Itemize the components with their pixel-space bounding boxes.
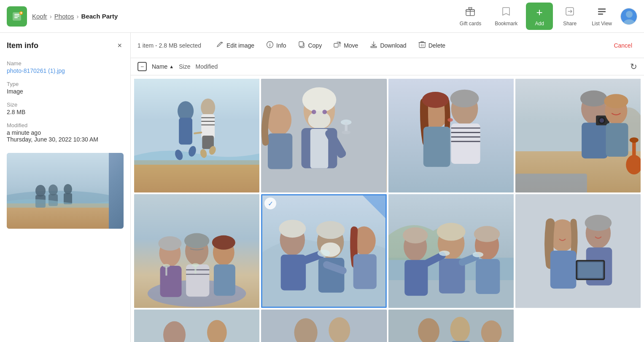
info-icon bbox=[266, 41, 274, 50]
info-button[interactable]: Info bbox=[261, 37, 291, 53]
sort-name-button[interactable]: Name ▲ bbox=[148, 61, 177, 72]
deselect-button[interactable]: − bbox=[137, 62, 147, 71]
info-field-type: Type Image bbox=[7, 81, 124, 95]
photo-item-9[interactable] bbox=[134, 310, 259, 342]
selection-info: 1 item - 2.8 MB selected bbox=[137, 42, 201, 49]
edit-image-button[interactable]: Edit image bbox=[211, 37, 259, 53]
refresh-icon: ↻ bbox=[630, 62, 637, 71]
photo-grid: ✓ bbox=[131, 75, 644, 342]
move-button[interactable]: Move bbox=[329, 37, 363, 53]
copy-icon bbox=[298, 41, 305, 50]
svg-rect-3 bbox=[14, 17, 18, 18]
sidebar-preview bbox=[7, 153, 124, 229]
svg-rect-13 bbox=[598, 13, 603, 15]
svg-point-26 bbox=[64, 184, 72, 194]
add-icon: + bbox=[536, 6, 543, 19]
svg-rect-123 bbox=[353, 254, 377, 289]
grid-toolbar-left: − Name ▲ Size Modified bbox=[137, 61, 218, 72]
photo-item-8[interactable] bbox=[515, 194, 641, 308]
sidebar: Item info × Name photo-8170261 (1).jpg T… bbox=[0, 33, 131, 342]
gift-cards-button[interactable]: Gift cards bbox=[455, 3, 486, 30]
download-label: Download bbox=[380, 42, 406, 49]
info-field-modified: Modified a minute ago Thursday, June 30,… bbox=[7, 122, 124, 143]
edit-image-icon bbox=[216, 41, 224, 50]
info-field-size: Size 2.8 MB bbox=[7, 102, 124, 115]
svg-rect-34 bbox=[371, 46, 377, 48]
svg-rect-2 bbox=[14, 16, 19, 16]
svg-rect-33 bbox=[334, 43, 338, 47]
share-label: Share bbox=[563, 21, 577, 27]
photo-item-4[interactable] bbox=[515, 79, 641, 192]
info-value-modified-absolute: Thursday, June 30, 2022 10:30 AM bbox=[7, 136, 124, 143]
share-icon bbox=[565, 6, 575, 19]
user-avatar[interactable] bbox=[620, 8, 637, 25]
svg-rect-32 bbox=[299, 42, 303, 46]
photo-item-1[interactable] bbox=[134, 79, 259, 192]
info-value-type: Image bbox=[7, 88, 124, 95]
photo-item-7[interactable] bbox=[388, 194, 514, 308]
photo-item-3[interactable] bbox=[388, 79, 514, 192]
breadcrumb-sep-1: › bbox=[50, 13, 52, 20]
info-value-size: 2.8 MB bbox=[7, 109, 124, 115]
info-value-modified-relative: a minute ago bbox=[7, 129, 124, 136]
cancel-button[interactable]: Cancel bbox=[609, 39, 637, 52]
bookmark-icon bbox=[501, 6, 511, 19]
photo-item-6[interactable]: ✓ bbox=[261, 194, 386, 308]
bookmark-label: Bookmark bbox=[495, 21, 517, 27]
edit-image-label: Edit image bbox=[226, 42, 254, 49]
move-label: Move bbox=[344, 42, 358, 49]
svg-rect-14 bbox=[604, 8, 606, 10]
sort-name-label: Name bbox=[152, 63, 167, 70]
info-label-size: Size bbox=[7, 102, 124, 108]
photo-item-10[interactable] bbox=[261, 310, 386, 342]
breadcrumb: Koofr › Photos › Beach Party bbox=[32, 13, 118, 20]
sort-direction-icon: ▲ bbox=[169, 64, 174, 69]
gift-cards-icon bbox=[465, 6, 475, 19]
breadcrumb-sep-2: › bbox=[77, 13, 79, 20]
svg-point-30 bbox=[269, 43, 270, 43]
download-button[interactable]: Download bbox=[365, 37, 411, 53]
bookmark-button[interactable]: Bookmark bbox=[490, 3, 523, 30]
preview-image bbox=[7, 153, 124, 229]
breadcrumb-current: Beach Party bbox=[81, 13, 118, 20]
move-icon bbox=[334, 41, 341, 50]
sidebar-close-button[interactable]: × bbox=[116, 40, 124, 52]
info-value-name: photo-8170261 (1).jpg bbox=[7, 67, 124, 74]
list-view-icon bbox=[597, 6, 607, 19]
action-toolbar: 1 item - 2.8 MB selected Edit image bbox=[131, 33, 644, 58]
gift-cards-label: Gift cards bbox=[460, 21, 481, 27]
main-layout: Item info × Name photo-8170261 (1).jpg T… bbox=[0, 33, 644, 342]
delete-button[interactable]: Delete bbox=[413, 37, 450, 53]
header-right: Gift cards Bookmark + Add Share bbox=[455, 3, 637, 30]
delete-label: Delete bbox=[428, 42, 445, 49]
info-field-name: Name photo-8170261 (1).jpg bbox=[7, 60, 124, 74]
logo-icon[interactable]: ★ bbox=[7, 6, 27, 27]
svg-text:★: ★ bbox=[20, 11, 23, 14]
download-icon bbox=[370, 41, 377, 50]
breadcrumb-root[interactable]: Koofr bbox=[32, 13, 47, 20]
toolbar-actions: Edit image Info bbox=[211, 37, 605, 53]
photo-item-5[interactable] bbox=[134, 194, 259, 308]
list-view-label: List View bbox=[592, 21, 612, 27]
size-label: Size bbox=[179, 63, 190, 70]
info-label: Info bbox=[276, 42, 286, 49]
info-label-modified: Modified bbox=[7, 122, 124, 128]
svg-rect-4 bbox=[14, 14, 19, 15]
copy-button[interactable]: Copy bbox=[293, 37, 327, 53]
breadcrumb-parent[interactable]: Photos bbox=[54, 13, 74, 20]
info-label-type: Type bbox=[7, 81, 124, 87]
delete-icon bbox=[418, 41, 426, 50]
list-view-button[interactable]: List View bbox=[587, 3, 617, 30]
refresh-button[interactable]: ↻ bbox=[630, 61, 637, 72]
grid-toolbar: − Name ▲ Size Modified ↻ bbox=[131, 58, 644, 75]
photo-item-11[interactable] bbox=[388, 310, 514, 342]
content-area: 1 item - 2.8 MB selected Edit image bbox=[131, 33, 644, 342]
photo-item-2[interactable] bbox=[261, 79, 386, 192]
svg-point-22 bbox=[35, 185, 46, 197]
header-left: ★ Koofr › Photos › Beach Party bbox=[7, 6, 118, 27]
add-button[interactable]: + Add bbox=[526, 3, 553, 30]
share-button[interactable]: Share bbox=[556, 3, 583, 30]
add-label: Add bbox=[535, 21, 544, 27]
svg-rect-35 bbox=[419, 43, 425, 48]
header: ★ Koofr › Photos › Beach Party Gift card… bbox=[0, 0, 644, 33]
